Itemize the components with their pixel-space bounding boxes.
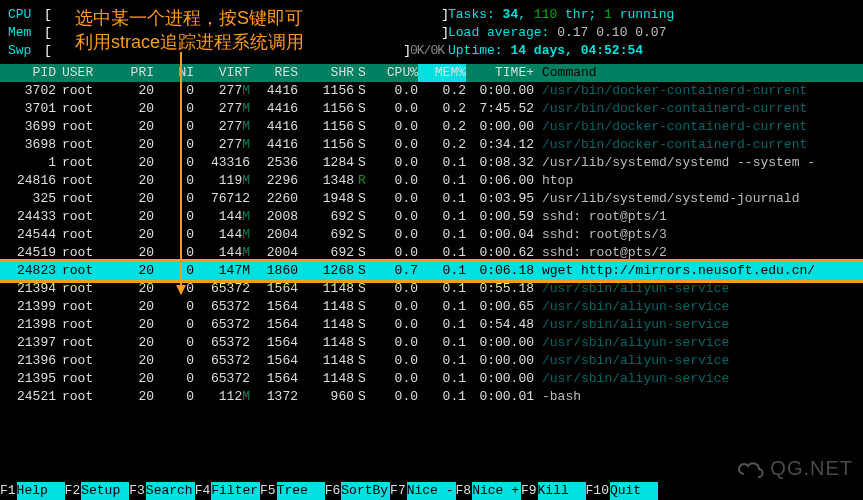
col-shr[interactable]: SHR — [298, 64, 354, 82]
cpu-label: CPU — [8, 6, 44, 24]
fkey-setup[interactable]: F2Setup — [65, 482, 130, 500]
table-row[interactable]: 24816root200119M22961348R0.00.10:06.00ht… — [0, 172, 863, 190]
table-row[interactable]: 1root2004331625361284S0.00.10:08.32/usr/… — [0, 154, 863, 172]
tasks-label: Tasks: — [448, 7, 503, 22]
fkey-tree[interactable]: F5Tree — [260, 482, 325, 500]
fkey-nice[interactable]: F7Nice - — [390, 482, 455, 500]
cpu-meter: CPU [] — [8, 6, 448, 24]
col-s[interactable]: S — [354, 64, 370, 82]
table-row[interactable]: 3699root200277M44161156S0.00.20:00.00/us… — [0, 118, 863, 136]
col-cmd[interactable]: Command — [538, 64, 863, 82]
fkey-quit[interactable]: F10Quit — [586, 482, 658, 500]
process-list[interactable]: 3702root200277M44161156S0.00.20:00.00/us… — [0, 82, 863, 406]
table-row[interactable]: 21399root2006537215641148S0.00.10:00.65/… — [0, 298, 863, 316]
fkey-help[interactable]: F1Help — [0, 482, 65, 500]
table-header[interactable]: PID USER PRI NI VIRT RES SHR S CPU% MEM%… — [0, 64, 863, 82]
swp-label: Swp — [8, 42, 44, 60]
threads-count: 110 — [534, 7, 557, 22]
col-mem[interactable]: MEM% — [418, 64, 466, 82]
col-pri[interactable]: PRI — [114, 64, 154, 82]
table-row[interactable]: 3702root200277M44161156S0.00.20:00.00/us… — [0, 82, 863, 100]
fkey-nice[interactable]: F8Nice + — [456, 482, 521, 500]
table-row[interactable]: 325root2007671222601948S0.00.10:03.95/us… — [0, 190, 863, 208]
col-ni[interactable]: NI — [154, 64, 194, 82]
col-time[interactable]: TIME+ — [466, 64, 538, 82]
table-row[interactable]: 24433root200144M2008692S0.00.10:00.59ssh… — [0, 208, 863, 226]
load-label: Load average: — [448, 25, 557, 40]
running-count: 1 — [604, 7, 612, 22]
table-row[interactable]: 24823root200147M18601268S0.70.10:06.18wg… — [0, 262, 863, 280]
meters: CPU [] Mem [] Swp [0K/0K] — [8, 6, 448, 60]
tasks-count: 34 — [503, 7, 519, 22]
fkey-kill[interactable]: F9Kill — [521, 482, 586, 500]
sysinfo: Tasks: 34, 110 thr; 1 running Load avera… — [448, 6, 855, 60]
function-keys[interactable]: F1HelpF2SetupF3SearchF4FilterF5TreeF6Sor… — [0, 482, 863, 500]
fkey-search[interactable]: F3Search — [129, 482, 194, 500]
table-row[interactable]: 3698root200277M44161156S0.00.20:34.12/us… — [0, 136, 863, 154]
table-row[interactable]: 21398root2006537215641148S0.00.10:54.48/… — [0, 316, 863, 334]
table-row[interactable]: 24521root200112M1372960S0.00.10:00.01-ba… — [0, 388, 863, 406]
col-user[interactable]: USER — [56, 64, 114, 82]
load-values: 0.17 0.10 0.07 — [557, 25, 666, 40]
table-row[interactable]: 21395root2006537215641148S0.00.10:00.00/… — [0, 370, 863, 388]
col-cpu[interactable]: CPU% — [370, 64, 418, 82]
table-row[interactable]: 21396root2006537215641148S0.00.10:00.00/… — [0, 352, 863, 370]
mem-label: Mem — [8, 24, 44, 42]
fkey-sortby[interactable]: F6SortBy — [325, 482, 390, 500]
uptime-label: Uptime: — [448, 43, 510, 58]
swp-meter: Swp [0K/0K] — [8, 42, 448, 60]
uptime-value: 14 days, 04:52:54 — [510, 43, 643, 58]
mem-meter: Mem [] — [8, 24, 448, 42]
col-pid[interactable]: PID — [8, 64, 56, 82]
fkey-filter[interactable]: F4Filter — [195, 482, 260, 500]
table-row[interactable]: 21397root2006537215641148S0.00.10:00.00/… — [0, 334, 863, 352]
table-row[interactable]: 24544root200144M2004692S0.00.10:00.04ssh… — [0, 226, 863, 244]
col-res[interactable]: RES — [250, 64, 298, 82]
table-row[interactable]: 21394root2006537215641148S0.00.10:55.18/… — [0, 280, 863, 298]
watermark: QG.NET — [738, 458, 853, 478]
top-panel: CPU [] Mem [] Swp [0K/0K] Tasks: 34, 110… — [0, 0, 863, 64]
table-row[interactable]: 3701root200277M44161156S0.00.27:45.52/us… — [0, 100, 863, 118]
col-virt[interactable]: VIRT — [194, 64, 250, 82]
table-row[interactable]: 24519root200144M2004692S0.00.10:00.62ssh… — [0, 244, 863, 262]
